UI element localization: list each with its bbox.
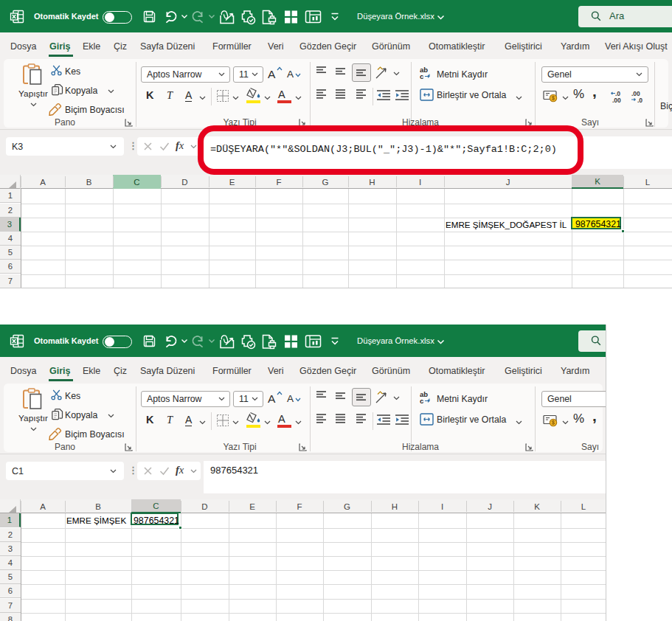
svg-text:c: c bbox=[420, 397, 423, 405]
svg-text:c: c bbox=[420, 72, 423, 80]
svg-text:.00: .00 bbox=[612, 97, 621, 104]
svg-text:.0: .0 bbox=[637, 97, 642, 104]
